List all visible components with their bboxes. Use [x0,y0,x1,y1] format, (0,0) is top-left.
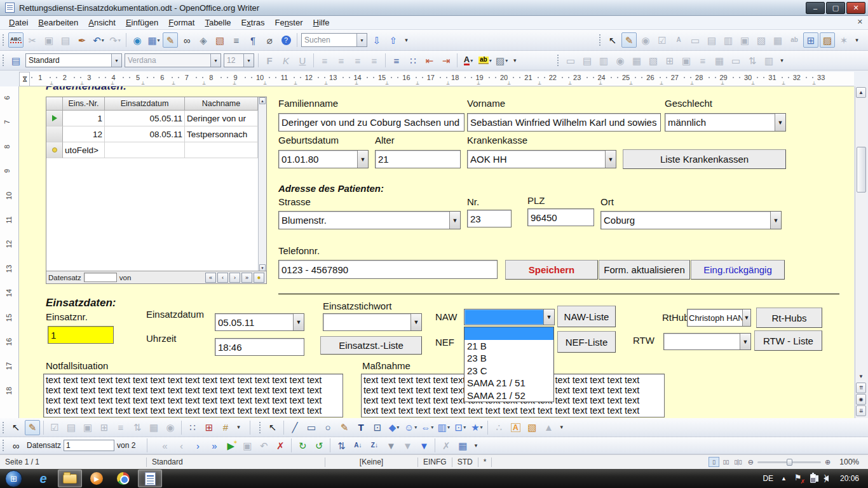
taskbar-explorer-icon[interactable] [58,470,82,487]
undo-icon[interactable]: ↶▾ [91,32,106,48]
toolbar-options-icon[interactable]: ▾ [853,32,861,48]
last-record-icon[interactable]: » [207,438,222,453]
scrollbar-thumb[interactable] [857,147,866,193]
vertical-ruler[interactable]: 6789101112131415161718 [0,86,19,418]
vorname-input[interactable]: Sebastian Winfried Wilhelm Karl und sowi… [467,113,661,132]
naw-option[interactable]: SAMA 21 / 51 [465,377,553,390]
scroll-up-icon[interactable]: ▲ [856,87,866,98]
basic-shapes-icon[interactable]: ◆▾ [386,420,402,435]
toolbar-grip[interactable] [599,34,602,46]
einsatznr-input[interactable]: 1 [48,326,114,344]
sort-descending-icon[interactable]: Z↓ [367,438,382,453]
select-icon[interactable]: ↖ [8,420,24,435]
sort-ascending-icon[interactable]: A↓ [350,438,365,453]
nr-input[interactable]: 23 [467,210,512,227]
format-paintbrush-icon[interactable]: ✒ [74,32,90,48]
menu-item-einfügen[interactable]: Einfügen [121,17,163,29]
zoom-slider-thumb[interactable] [787,459,792,466]
zoom-slider[interactable]: ⊖ ⊕ [748,458,831,466]
table-cell[interactable]: 12 [63,126,105,142]
alter-input[interactable]: 21 [375,150,461,168]
language-indicator[interactable]: [Keine] [325,458,417,466]
table-cell[interactable]: utoFeld> [63,142,105,158]
chevron-down-icon[interactable]: ▼ [543,309,554,325]
font-name-combobox[interactable]: Verdana ▾ [125,53,221,67]
minimize-button[interactable]: – [806,2,825,14]
selection-mode-indicator[interactable]: STD [452,458,478,466]
insert-mode-indicator[interactable]: EINFG [418,458,452,466]
taskbar-ie-icon[interactable]: e [31,470,55,487]
font-color-icon[interactable]: A▾ [461,53,476,68]
increase-indent-icon[interactable]: ⇥ [438,53,454,68]
toolbar-grip[interactable] [2,34,5,46]
rthub-dropdown[interactable]: Christoph HANSA▼ [687,309,751,327]
menu-item-datei[interactable]: Datei [4,17,33,29]
taskbar-writer-icon[interactable] [138,470,162,487]
uhrzeit-input[interactable]: 18:46 [215,338,304,356]
decrease-indent-icon[interactable]: ⇤ [422,53,437,68]
naw-liste-button[interactable]: NAW-Liste [557,306,616,327]
einsatzst-liste-button[interactable]: Einsatzst.-Liste [320,336,422,355]
gallery-icon[interactable]: ▧ [212,32,227,48]
volume-icon[interactable] [824,475,829,482]
select-icon[interactable]: ↖ [605,32,620,48]
design-mode-icon[interactable]: ✎ [621,32,637,48]
chevron-down-icon[interactable]: ▾ [243,54,254,67]
table-cell[interactable] [185,142,258,158]
new-record-icon[interactable]: ▶ [223,438,238,453]
menu-item-extras[interactable]: Extras [236,17,270,29]
refresh-icon[interactable]: ↻ [295,438,310,453]
column-header[interactable]: Einsatzdatum [105,97,185,111]
table-cell[interactable]: 1 [63,111,105,126]
stars-icon[interactable]: ★▾ [469,420,484,435]
rtw-dropdown[interactable]: ▼ [663,333,751,350]
toolbar-grip[interactable] [557,54,560,67]
form-aktualisieren-button[interactable]: Form. aktualisieren [599,260,690,280]
page-style-indicator[interactable]: Standard [147,458,325,466]
record-number-input[interactable] [84,273,117,282]
column-header[interactable]: Nachname [185,97,258,111]
ort-dropdown[interactable]: Coburg▼ [600,211,782,229]
navigator-icon[interactable]: ◈ [196,32,211,48]
horizontal-ruler[interactable]: 1234567891011121314151617181920212223242… [19,72,854,86]
toolbar-options-icon[interactable]: ▾ [471,438,480,453]
scroll-up-icon[interactable]: ▲ [259,97,266,104]
symbol-shapes-icon[interactable]: ☺▾ [403,420,418,435]
text-icon[interactable]: T [353,420,369,435]
taskbar-mediaplayer-icon[interactable]: ▶ [85,470,109,487]
menu-item-format[interactable]: Format [163,17,200,29]
flowchart-icon[interactable]: ▥▾ [436,420,451,435]
auto-filter-icon[interactable]: ▼ [383,438,398,453]
chevron-down-icon[interactable]: ▾ [356,34,367,46]
toolbar-grip[interactable] [2,439,5,452]
book-view-icon[interactable]: ▯|▯ [733,457,743,467]
callouts-icon[interactable]: ⊡▾ [452,420,468,435]
menu-item-fenster[interactable]: Fenster [269,17,308,29]
plz-input[interactable]: 96450 [527,208,594,226]
telefonnr-input[interactable]: 0123 - 4567890 [278,260,498,279]
geschlecht-dropdown[interactable]: männlich▼ [665,113,786,132]
rectangle-icon[interactable]: ▭ [304,420,319,435]
action-center-icon[interactable] [794,474,803,483]
previous-page-icon[interactable]: ⇈ [856,383,866,393]
data-sources-icon[interactable]: ≡ [229,32,244,48]
freeform-line-icon[interactable]: ✎ [337,420,352,435]
chevron-down-icon[interactable]: ▼ [775,114,785,131]
document-page[interactable]: Patientendaten: Eins.-Nr. Einsatzdatum N… [19,86,854,418]
record-number-input[interactable] [64,440,114,451]
zoom-in-icon[interactable]: ⊕ [825,458,831,466]
hyperlink-icon[interactable]: ◉ [130,32,145,48]
form-design-icon[interactable]: ▨ [820,32,835,48]
language-indicator[interactable]: DE [763,474,773,483]
block-arrows-icon[interactable]: ⇔▾ [419,420,435,435]
menu-item-hilfe[interactable]: Hilfe [308,17,335,29]
single-page-view-icon[interactable]: ▯ [709,457,719,467]
design-mode-icon[interactable]: ✎ [25,420,40,435]
current-record-icon[interactable] [46,111,63,126]
fontwork-icon[interactable]: A [508,420,523,435]
table-cell[interactable]: 08.05.11 [105,126,185,142]
numbered-list-icon[interactable]: ≡ [389,53,404,68]
from-file-icon[interactable]: ▧ [524,420,539,435]
delete-record-icon[interactable]: ✗ [273,438,288,453]
liste-krankenkassen-button[interactable]: Liste Krankenkassen [623,149,786,169]
